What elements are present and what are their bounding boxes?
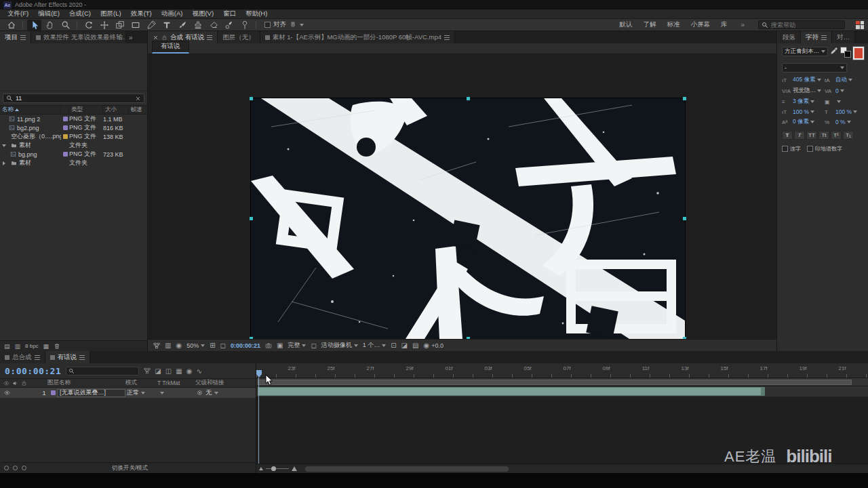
layer-trkmat-select[interactable] <box>157 392 195 394</box>
work-area-bar[interactable] <box>258 380 852 385</box>
layer-duration-bar[interactable] <box>258 387 765 396</box>
small-caps-button[interactable]: Tt <box>818 131 829 140</box>
view-layout-select[interactable]: 1 个… <box>363 341 387 350</box>
tab-main-comp[interactable]: 总合成 <box>0 351 45 363</box>
trash-icon[interactable] <box>54 343 60 350</box>
playhead-line[interactable] <box>258 378 259 464</box>
composition-viewer[interactable] <box>148 54 776 339</box>
menu-composition[interactable]: 合成(C) <box>64 9 96 18</box>
project-search-box[interactable] <box>3 94 144 103</box>
pan-behind-tool-button[interactable] <box>113 20 127 30</box>
always-preview-icon[interactable] <box>165 342 171 349</box>
lock-icon[interactable] <box>161 35 167 41</box>
viewer-tab-active[interactable]: 有话说 <box>152 41 189 54</box>
column-header-fps[interactable]: 帧速 <box>129 106 147 114</box>
superscript-button[interactable]: T¹ <box>831 131 842 140</box>
puppet-pin-tool-button[interactable] <box>237 20 252 30</box>
column-header-size[interactable]: 大小 <box>103 106 129 114</box>
interpret-footage-icon[interactable]: ▤ <box>4 343 10 350</box>
all-caps-button[interactable]: TT <box>806 131 817 140</box>
exposure-control[interactable]: +0.0 <box>424 342 444 349</box>
selection-handle[interactable] <box>467 337 470 339</box>
tracking-control[interactable]: VA0 <box>825 87 864 95</box>
horizontal-scrollbar-thumb[interactable] <box>305 466 509 472</box>
tab-project[interactable]: 项目 <box>0 31 31 43</box>
panel-menu-icon[interactable] <box>79 355 85 360</box>
stroke-style-select[interactable]: ▣ <box>825 98 864 106</box>
twirl-open-icon[interactable] <box>2 144 6 147</box>
text-color-swatch[interactable] <box>853 47 864 60</box>
workspace-overflow-chevrons-icon[interactable]: » <box>738 21 747 28</box>
layer-label-swatch[interactable] <box>51 390 56 395</box>
snapshot-camera-icon[interactable] <box>265 342 272 349</box>
zoom-tool-button[interactable] <box>58 20 73 30</box>
layer-out-point[interactable] <box>761 388 764 395</box>
panel-menu-icon[interactable] <box>207 35 212 40</box>
selection-handle[interactable] <box>250 97 253 100</box>
project-row[interactable]: bg2.png PNG 文件 816 KB <box>0 123 147 132</box>
time-ruler[interactable]: 23f 25f 27f 29f 01f 03f 05f 07f 09f 11f … <box>256 363 868 378</box>
expand-transfer-controls-icon[interactable] <box>13 466 18 470</box>
layer-name-field[interactable]: [无辜说效果叠…] <box>57 389 125 397</box>
panel-menu-icon[interactable] <box>444 35 450 40</box>
snapping-toggle[interactable]: 对齐 <box>264 20 304 29</box>
timeline-search-box[interactable] <box>66 367 139 375</box>
eyedropper-icon[interactable] <box>830 47 838 55</box>
selection-handle[interactable] <box>683 217 686 220</box>
menu-window[interactable]: 窗口 <box>218 9 241 18</box>
graph-editor-icon[interactable]: ∿ <box>196 367 201 375</box>
selection-handle[interactable] <box>250 337 253 339</box>
workspace-learn[interactable]: 了解 <box>643 20 656 29</box>
layer-visibility-eye-icon[interactable] <box>4 390 10 396</box>
tab-footage-viewer[interactable]: 素材 1-【AE示例】MG动画的一部分-1080P 60帧-AVC.mp4 <box>260 31 455 43</box>
tab-layer-viewer[interactable]: 图层（无） <box>218 31 260 43</box>
zoom-slider-knob[interactable] <box>271 466 276 471</box>
mini-flowchart-icon[interactable] <box>144 367 151 374</box>
show-channel-icon[interactable] <box>176 342 182 349</box>
mini-flowchart-icon[interactable] <box>153 342 160 349</box>
resolution-select[interactable]: 完整 <box>288 341 306 350</box>
selection-handle[interactable] <box>683 97 686 100</box>
workspace-standard[interactable]: 标准 <box>667 20 679 29</box>
column-mode[interactable]: 模式 <box>125 379 157 387</box>
selection-handle[interactable] <box>683 337 686 339</box>
orbit-camera-tool-button[interactable] <box>81 20 96 30</box>
tab-paragraph[interactable]: 段落 <box>778 31 801 43</box>
label-swatch[interactable] <box>63 134 68 139</box>
draft-3d-icon[interactable]: ◪ <box>155 367 161 375</box>
help-search-box[interactable] <box>758 20 845 29</box>
expand-layer-switches-icon[interactable] <box>4 466 9 470</box>
font-family-select[interactable]: 方正青刻本… <box>782 47 828 56</box>
selection-handle[interactable] <box>250 217 253 220</box>
hindi-digits-checkbox[interactable] <box>807 146 813 152</box>
font-style-select[interactable]: - <box>782 63 847 73</box>
label-swatch[interactable] <box>63 117 68 121</box>
selection-tool-button[interactable] <box>27 20 41 30</box>
project-bit-depth[interactable]: 8 bpc <box>25 343 39 349</box>
roto-brush-tool-button[interactable] <box>222 20 236 30</box>
magnification-select[interactable]: 50% <box>186 342 205 349</box>
column-header-type[interactable]: 类型 <box>69 106 103 114</box>
hand-tool-button[interactable] <box>43 20 57 30</box>
baseline-shift-control[interactable]: Aª0 像素 <box>782 118 821 126</box>
show-snapshot-icon[interactable] <box>277 342 283 349</box>
new-folder-icon[interactable]: ▥ <box>15 343 21 350</box>
menu-file[interactable]: 文件(F) <box>3 9 33 18</box>
viewer-timecode[interactable]: 0:00:00:21 <box>231 342 260 349</box>
transparency-grid-icon[interactable] <box>311 342 316 349</box>
menu-effect[interactable]: 效果(T) <box>126 9 157 18</box>
eraser-tool-button[interactable] <box>206 20 220 30</box>
help-search-input[interactable] <box>771 22 842 28</box>
current-timecode[interactable]: 0:00:00:21 <box>5 366 61 376</box>
kerning-control[interactable]: V/A视觉隐… <box>782 87 821 95</box>
layer-parent-select[interactable]: 无 <box>195 388 256 397</box>
panel-menu-icon[interactable] <box>35 355 40 360</box>
faux-bold-button[interactable]: T <box>782 131 793 140</box>
type-tool-button[interactable] <box>159 20 174 30</box>
workspace-libraries[interactable]: 库 <box>721 20 728 29</box>
pan-camera-tool-button[interactable] <box>97 20 111 30</box>
work-area-strip[interactable] <box>256 378 868 386</box>
tab-effect-controls[interactable]: 效果控件 无辜说效果最终输… <box>31 31 126 43</box>
expand-inout-controls-icon[interactable] <box>22 466 26 470</box>
hindi-digits-toggle[interactable]: 印地语数字 <box>807 145 842 152</box>
